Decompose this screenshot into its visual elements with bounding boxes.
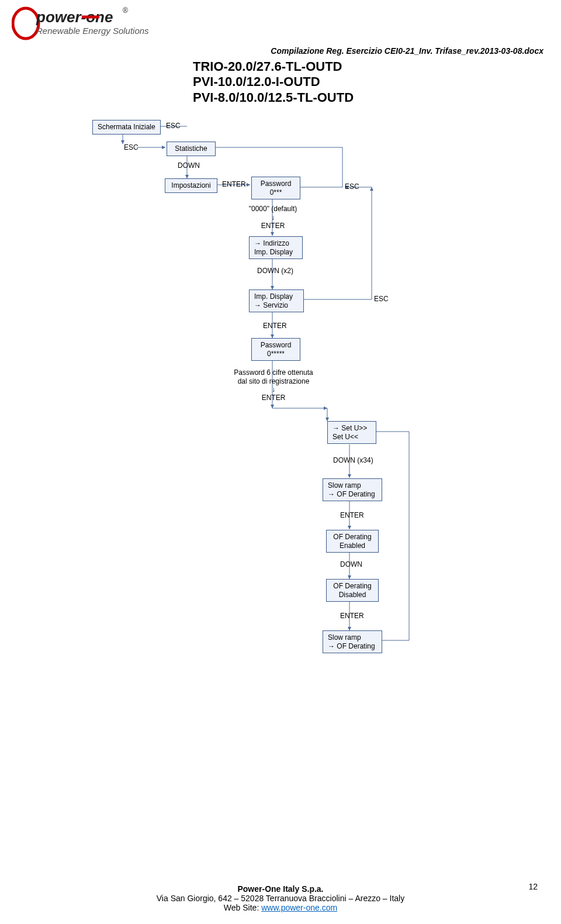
page-title: TRIO-20.0/27.6-TL-OUTD PVI-10.0/12.0-I-O…: [193, 59, 561, 105]
label-esc-top: ESC: [166, 122, 181, 130]
label-down-x34: DOWN (x34): [333, 456, 373, 464]
label-esc-right-2: ESC: [374, 295, 389, 303]
label-esc-left: ESC: [124, 143, 138, 151]
node-slow-ramp-2: Slow ramp → OF Derating: [323, 630, 382, 653]
label-password-6-cifre: Password 6 cifre ottenuta dal sito di re…: [231, 368, 316, 402]
label-down-1: DOWN: [178, 161, 200, 170]
node-password-2: Password 0*****: [251, 338, 300, 361]
logo: power-one ® Renewable Energy Solutions: [0, 0, 561, 43]
label-esc-right-1: ESC: [345, 182, 359, 191]
label-down-x2: DOWN (x2): [257, 267, 293, 275]
node-statistiche: Statistiche: [167, 142, 216, 156]
node-indirizzo: → Indirizzo Imp. Display: [249, 236, 303, 259]
node-of-derating-disabled: OF Derating Disabled: [326, 579, 379, 602]
node-set-u: → Set U>> Set U<<: [327, 421, 376, 444]
title-line-3: PVI-8.0/10.0/12.5-TL-OUTD: [193, 90, 561, 105]
node-impostazioni: Impostazioni: [165, 178, 217, 192]
node-password-1: Password 0***: [251, 177, 300, 199]
document-path: Compilazione Reg. Esercizio CEI0-21_Inv.…: [0, 43, 561, 56]
node-schermata-iniziale: Schermata Iniziale: [92, 120, 161, 134]
node-slow-ramp-1: Slow ramp → OF Derating: [323, 478, 382, 501]
flowchart: Schermata Iniziale Statistiche Impostazi…: [0, 111, 561, 749]
node-imp-display-servizio: Imp. Display → Servizio: [249, 289, 304, 312]
label-enter-2: ENTER: [263, 322, 287, 330]
label-enter-3: ENTER: [340, 511, 364, 519]
svg-point-0: [13, 8, 39, 39]
label-default-enter: "0000" (default) ↓ ENTER: [248, 205, 298, 230]
title-line-1: TRIO-20.0/27.6-TL-OUTD: [193, 59, 561, 74]
label-enter-4: ENTER: [340, 612, 364, 620]
node-of-derating-enabled: OF Derating Enabled: [326, 530, 379, 553]
title-line-2: PVI-10.0/12.0-I-OUTD: [193, 74, 561, 89]
svg-text:Renewable Energy Solutions: Renewable Energy Solutions: [36, 26, 149, 36]
svg-text:®: ®: [123, 6, 128, 15]
svg-text:power-one: power-one: [36, 8, 113, 26]
label-enter-1: ENTER: [222, 180, 246, 188]
label-down-2: DOWN: [340, 560, 362, 568]
